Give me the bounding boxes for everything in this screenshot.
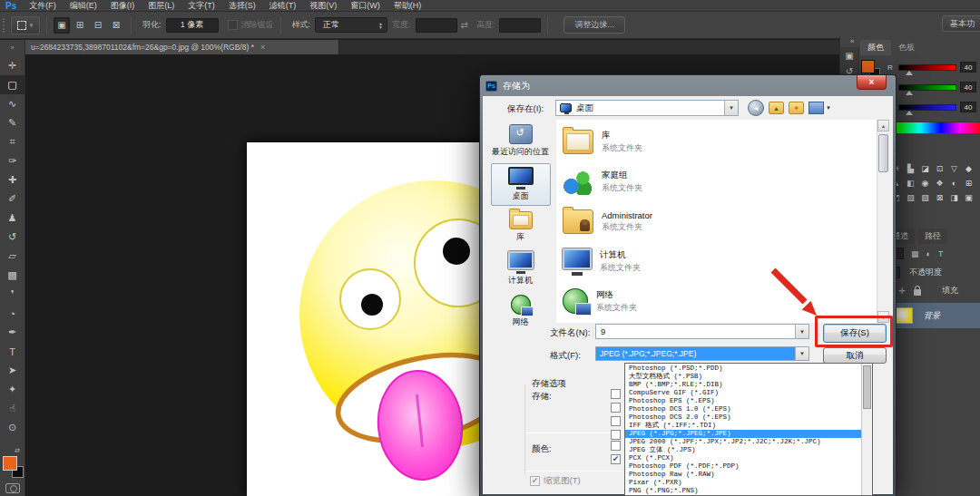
- style-select[interactable]: 正常: [315, 17, 387, 33]
- slider-track[interactable]: [898, 84, 956, 91]
- adjustment-icon[interactable]: ⊡: [933, 161, 946, 175]
- format-option[interactable]: PCX (*.PCX): [625, 454, 861, 462]
- Administrator[interactable]: Administrator 系统文件夹: [556, 201, 876, 241]
- blur-tool[interactable]: ❜: [0, 285, 25, 304]
- menu-item[interactable]: 视图(V): [309, 0, 337, 11]
- cancel-button[interactable]: 取消: [823, 347, 887, 364]
- panel-foreground-swatch[interactable]: [861, 60, 875, 73]
- menu-item[interactable]: 选择(S): [229, 0, 256, 11]
- slider-value[interactable]: 40: [960, 82, 976, 92]
- path-selection-tool[interactable]: ➤: [0, 361, 25, 380]
- clone-stamp-tool[interactable]: ♟: [0, 209, 25, 228]
- layer-filter-icon[interactable]: ▦: [911, 249, 919, 258]
- color-option-checkbox[interactable]: [611, 454, 621, 464]
- save-option-checkbox[interactable]: [611, 389, 621, 399]
- new-folder-button[interactable]: ✦: [789, 102, 804, 114]
- adjustment-icon[interactable]: ▙: [904, 161, 917, 175]
- quick-selection-tool[interactable]: ✎: [0, 113, 25, 132]
- format-option[interactable]: Photoshop DCS 2.0 (*.EPS): [625, 413, 861, 422]
- format-option[interactable]: JPEG 立体 (*.JPS): [625, 446, 861, 454]
- hand-tool[interactable]: ☝: [0, 399, 25, 418]
- healing-brush-tool[interactable]: ✚: [0, 170, 25, 190]
- menu-item[interactable]: 文件(F): [29, 0, 56, 11]
- dodge-tool[interactable]: ◔: [0, 304, 25, 323]
- color-slider[interactable]: G 40: [887, 82, 980, 92]
- panel-tab[interactable]: 颜色: [860, 40, 891, 55]
- slider-value[interactable]: 40: [960, 102, 976, 112]
- chevron-down-icon[interactable]: ▼: [724, 101, 738, 115]
- scrollbar-thumb[interactable]: [878, 134, 888, 172]
- format-option[interactable]: JPEG (*.JPG;*.JPEG;*.JPE): [625, 430, 861, 438]
- crop-tool[interactable]: ⌗: [0, 132, 25, 151]
- place-item[interactable]: 网络: [491, 292, 551, 331]
- rectangular-marquee-tool[interactable]: ▢: [0, 75, 25, 94]
- format-option[interactable]: Photoshop PDF (*.PDF;*.PDP): [625, 462, 861, 471]
- dropdown-scrollbar[interactable]: [861, 364, 872, 495]
- menu-item[interactable]: 帮助(H): [394, 0, 422, 11]
- dialog-title-bar[interactable]: Ps 存储为: [483, 75, 893, 96]
- place-item[interactable]: 计算机: [491, 248, 551, 289]
- format-option[interactable]: Photoshop EPS (*.EPS): [625, 397, 861, 405]
- views-menu-button[interactable]: ▼: [808, 102, 831, 114]
- place-item[interactable]: 桌面: [491, 163, 551, 206]
- toolbox-collapse-button[interactable]: »: [0, 40, 25, 54]
- place-item[interactable]: 库: [491, 209, 551, 246]
- format-select[interactable]: JPEG (*.JPG;*.JPEG;*.JPE) ▼: [595, 346, 809, 361]
- adjustment-icon[interactable]: ⊠: [933, 190, 946, 204]
- menu-item[interactable]: 图像(I): [111, 0, 135, 11]
- save-in-select[interactable]: 桌面 ▼: [555, 100, 739, 116]
- format-option[interactable]: Photoshop (*.PSD;*.PDD): [625, 365, 861, 373]
- layer-filter-icon[interactable]: ◐: [926, 249, 931, 258]
- color-option-checkbox[interactable]: [611, 441, 621, 451]
- antialias-checkbox[interactable]: [228, 20, 238, 30]
- format-option[interactable]: Photoshop DCS 1.0 (*.EPS): [625, 405, 861, 413]
- menu-item[interactable]: 窗口(W): [350, 0, 380, 11]
- format-option[interactable]: BMP (*.BMP;*.RLE;*.DIB): [625, 381, 861, 389]
- lock-icon[interactable]: [914, 289, 921, 296]
- menu-item[interactable]: 编辑(E): [70, 0, 97, 11]
- adjustment-icon[interactable]: ◆: [962, 161, 975, 175]
- active-tool-preset[interactable]: ▼: [11, 16, 40, 34]
- panel-icon[interactable]: ▣: [845, 51, 853, 61]
- chevron-down-icon[interactable]: ▼: [795, 347, 808, 360]
- panel-tab[interactable]: 色板: [891, 40, 922, 55]
- move-tool[interactable]: ✛: [0, 56, 25, 75]
- selection-mode-button[interactable]: ⊞: [72, 17, 88, 34]
- scroll-up-icon[interactable]: ▲: [877, 120, 889, 131]
- eyedropper-tool[interactable]: ✑: [0, 151, 25, 170]
- adjustment-icon[interactable]: ⊞: [962, 176, 975, 190]
- format-option[interactable]: IFF 格式 (*.IFF;*.TDI): [625, 422, 861, 430]
- adjustment-icon[interactable]: ▽: [947, 161, 961, 175]
- menu-item[interactable]: 滤镜(T): [270, 0, 297, 11]
- format-option[interactable]: Pixar (*.PXR): [625, 479, 861, 487]
- file-list-scrollbar[interactable]: ▲ ▼: [877, 120, 888, 323]
- format-option[interactable]: PNG (*.PNG;*.PNS): [625, 487, 861, 495]
- adjustment-icon[interactable]: ▨: [904, 190, 917, 204]
- adjustment-icon[interactable]: ◧: [904, 176, 917, 190]
- brush-tool[interactable]: ✐: [0, 190, 25, 209]
- format-option[interactable]: Photoshop Raw (*.RAW): [625, 471, 861, 479]
- height-input[interactable]: [499, 18, 541, 33]
- foreground-color-swatch[interactable]: [3, 456, 17, 471]
- thumbnail-checkbox[interactable]: [530, 476, 540, 486]
- lasso-tool[interactable]: ∿: [0, 94, 25, 113]
- refine-edge-button[interactable]: 调整边缘...: [564, 16, 625, 34]
- workspace-button[interactable]: 基本功: [942, 15, 980, 32]
- 库[interactable]: 库 系统文件夹: [556, 122, 876, 161]
- type-tool[interactable]: T: [0, 342, 25, 361]
- swap-colors-icon[interactable]: ⇄: [15, 447, 20, 454]
- lock-option-icon[interactable]: ✛: [899, 287, 906, 296]
- adjustment-icon[interactable]: ◨: [947, 190, 961, 204]
- feather-input[interactable]: 1 像素: [166, 18, 219, 33]
- zoom-tool[interactable]: ⊙: [0, 418, 25, 437]
- width-input[interactable]: [416, 18, 457, 33]
- eraser-tool[interactable]: ▱: [0, 247, 25, 266]
- up-one-level-button[interactable]: ▲: [769, 102, 784, 114]
- adjustment-icon[interactable]: ▧: [918, 190, 932, 204]
- back-button[interactable]: ◄: [748, 100, 764, 116]
- 家庭组[interactable]: 家庭组 系统文件夹: [556, 161, 876, 201]
- adjustment-icon[interactable]: ◪: [918, 161, 932, 175]
- close-tab-icon[interactable]: ×: [260, 43, 265, 52]
- save-option-checkbox[interactable]: [611, 416, 621, 426]
- selection-mode-button[interactable]: ⊟: [90, 17, 106, 34]
